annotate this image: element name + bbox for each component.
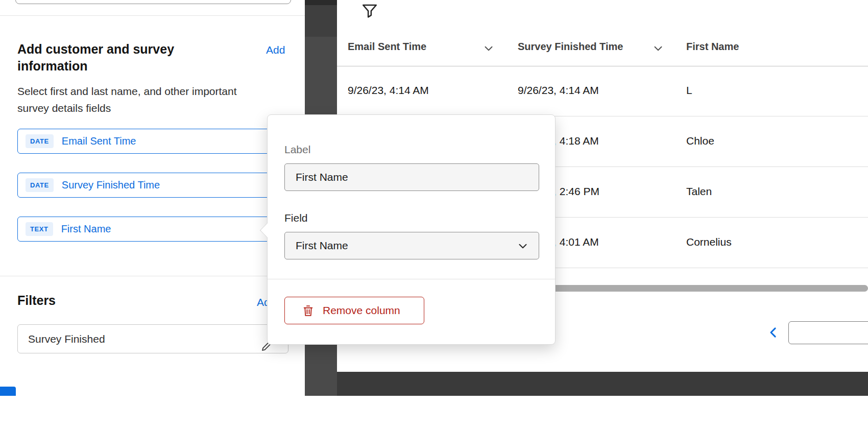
field-type-badge: DATE [26, 178, 54, 192]
filters-title: Filters [17, 293, 56, 308]
table-cell: L [686, 84, 692, 97]
panel-divider-strip-top [305, 0, 337, 37]
column-header-email-sent-time: Email Sent Time [348, 41, 426, 53]
field-chip-first-name[interactable]: TEXT First Name [17, 217, 291, 242]
field-type-badge: DATE [26, 134, 54, 148]
label-input[interactable] [284, 163, 539, 191]
field-chip-label: Survey Finished Time [62, 179, 160, 191]
table-cell: 9/26/23, 4:14 AM [518, 84, 599, 97]
pagination-prev-icon[interactable] [766, 325, 781, 340]
field-chip-survey-finished-time[interactable]: DATE Survey Finished Time [17, 173, 291, 198]
field-type-badge: TEXT [26, 222, 53, 236]
column-header-survey-finished-time: Survey Finished Time [518, 41, 623, 53]
left-config-panel: Add customer and survey information Add … [0, 0, 305, 429]
field-select-value: First Name [296, 240, 348, 252]
table-cell: Cornelius [686, 236, 732, 248]
filters-divider [0, 276, 305, 276]
field-field-label: Field [284, 212, 308, 224]
remove-column-label: Remove column [323, 304, 400, 317]
column-header-first-name: First Name [686, 41, 739, 53]
popover-divider [268, 279, 555, 279]
column-menu-chevron-icon[interactable] [482, 42, 495, 55]
field-chip-label: Email Sent Time [62, 135, 136, 147]
trash-icon [302, 304, 314, 317]
chevron-down-icon [516, 240, 529, 253]
top-divider [0, 15, 305, 16]
filter-funnel-icon[interactable] [360, 2, 379, 20]
table-cell: 9/26/23, 4:14 AM [348, 84, 429, 97]
field-chip-email-sent-time[interactable]: DATE Email Sent Time [17, 129, 291, 154]
section-subtitle: Select first and last name, and other im… [17, 83, 263, 116]
add-field-link[interactable]: Add [266, 44, 285, 56]
table-cell: Talen [686, 185, 712, 198]
remove-column-button[interactable]: Remove column [284, 297, 424, 324]
field-select[interactable]: First Name [284, 232, 539, 259]
label-field-label: Label [284, 144, 310, 156]
footer-bar [337, 372, 868, 396]
panel-divider-strip-edge [305, 0, 337, 5]
section-title: Add customer and survey information [17, 41, 201, 75]
filter-input[interactable] [17, 324, 288, 353]
top-partial-input[interactable] [15, 0, 291, 4]
table-row: 9/26/23, 4:14 AM 9/26/23, 4:14 AM L [337, 66, 868, 116]
column-settings-popover: Label Field First Name Remove column [267, 114, 556, 345]
table-cell: Chloe [686, 135, 714, 147]
partial-blue-button[interactable] [0, 387, 16, 396]
column-menu-chevron-icon[interactable] [652, 42, 665, 55]
app-window: Add customer and survey information Add … [0, 0, 868, 429]
pagination-page-box[interactable] [788, 321, 868, 344]
field-chip-label: First Name [61, 223, 111, 235]
